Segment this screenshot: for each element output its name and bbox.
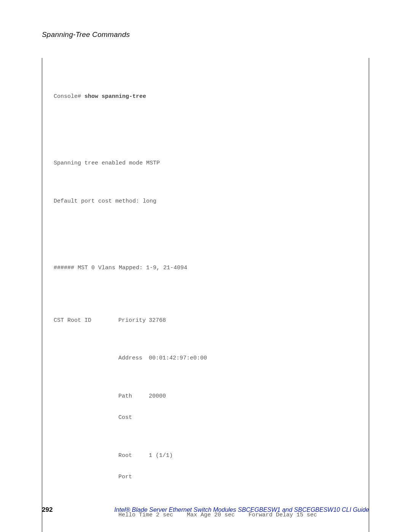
- mst-header: ###### MST 0 Vlans Mapped: 1-9, 21-4094: [54, 265, 357, 272]
- cst-root-id-label: CST Root ID: [54, 317, 118, 324]
- pathcost-key2: Cost: [118, 414, 149, 422]
- page: Spanning-Tree Commands Console# show spa…: [0, 0, 411, 532]
- rootport-val: 1 (1/1): [149, 452, 357, 460]
- rootport-key2: Port: [118, 474, 149, 481]
- cli-prompt: Console#: [54, 93, 84, 100]
- priority-val: 32768: [149, 317, 357, 324]
- rootport-key1: Root: [118, 452, 149, 460]
- address-key: Address: [118, 355, 149, 362]
- cli-output-box: Console# show spanning-tree Spanning tre…: [42, 58, 369, 532]
- pathcost-key1: Path: [118, 393, 149, 400]
- cli-command-line-1: Console# show spanning-tree: [54, 93, 357, 101]
- cst-root-id-rootport-row2: Port: [54, 474, 357, 481]
- page-footer: 292 Intel® Blade Server Ethernet Switch …: [42, 506, 369, 514]
- cli-command: show spanning-tree: [84, 93, 146, 100]
- pathcost-val: 20000: [149, 393, 357, 400]
- address-val: 00:01:42:97:e0:00: [149, 355, 357, 362]
- cst-root-id-pathcost-row2: Cost: [54, 414, 357, 422]
- cst-root-id-address-row: Address 00:01:42:97:e0:00: [54, 355, 357, 362]
- cost-method-line: Default port cost method: long: [54, 198, 357, 205]
- section-header: Spanning-Tree Commands: [42, 30, 369, 39]
- doc-title: Intel® Blade Server Ethernet Switch Modu…: [75, 506, 369, 513]
- cst-root-id-pathcost-row: Path 20000: [54, 393, 357, 400]
- page-number: 292: [42, 506, 53, 514]
- cst-root-id-priority-row: CST Root ID Priority 32768: [54, 317, 357, 324]
- priority-key: Priority: [118, 317, 149, 324]
- mode-line: Spanning tree enabled mode MSTP: [54, 160, 357, 167]
- cst-root-id-rootport-row: Root 1 (1/1): [54, 452, 357, 460]
